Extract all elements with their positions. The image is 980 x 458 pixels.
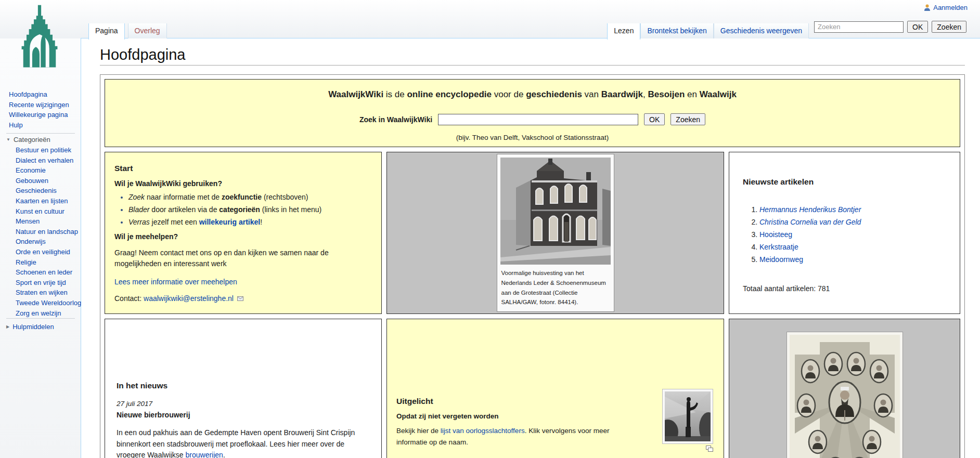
tab-history[interactable]: Geschiedenis weergeven (714, 23, 809, 38)
article-link[interactable]: Hooisteeg (759, 230, 792, 239)
portrait-montage-photo[interactable] (790, 335, 900, 458)
article-link[interactable]: Christina Cornelia van der Geld (759, 218, 861, 226)
contact-line: Contact: waalwijkwiki@erstelinghe.nl (114, 294, 372, 303)
sidebar-link[interactable]: Kunst en cultuur (16, 207, 65, 215)
tab-read[interactable]: Lezen (607, 23, 640, 40)
sidebar-link[interactable]: Willekeurige pagina (9, 111, 68, 119)
sidebar-link[interactable]: Dialect en verhalen (16, 156, 73, 164)
sidebar-link[interactable]: Bestuur en politiek (16, 146, 71, 154)
sidebar-link[interactable]: Zorg en welzijn (16, 309, 61, 317)
banner-heading-part: geschiedenis (526, 89, 582, 99)
start-question-2: Wil je meehelpen? (114, 232, 372, 241)
breweries-link[interactable]: brouwerijen (186, 451, 223, 458)
sidebar-item-category[interactable]: Sport en vrije tijd (16, 278, 81, 288)
sidebar-divider (6, 318, 75, 319)
newest-article-item: Hermannus Henderikus Bontjer (759, 205, 946, 214)
tab-view-source[interactable]: Brontekst bekijken (640, 23, 713, 38)
view-tabs: Lezen Brontekst bekijken Geschiedenis we… (607, 23, 809, 40)
sidebar-section-categories[interactable]: ▼ Categorieën (6, 136, 50, 143)
login-link[interactable]: Aanmelden (933, 4, 968, 11)
newest-article-item: Meidoornweg (759, 255, 946, 264)
contact-email-link[interactable]: waalwijkwiki@erstelinghe.nl (144, 294, 234, 303)
sidebar-item-category[interactable]: Kaarten en lijsten (16, 196, 81, 206)
war-victims-list-link[interactable]: lijst van oorlogsslachtoffers (441, 427, 525, 435)
sidebar-item-category[interactable]: Gebouwen (16, 176, 81, 186)
newest-article-item: Hooisteeg (759, 230, 946, 239)
sidebar-section-label[interactable]: Hulpmiddelen (12, 323, 54, 331)
personal-bar: Aanmelden (924, 4, 968, 11)
sidebar-link[interactable]: Onderwijs (16, 238, 46, 245)
main-content-table: WaalwijkWiki is de online encyclopedie v… (100, 74, 965, 458)
sidebar-item-recente-wijzigingen[interactable]: Recente wijzigingen (9, 100, 69, 110)
article-link[interactable]: Kerkstraatje (759, 243, 798, 251)
sidebar-link[interactable]: Recente wijzigingen (9, 101, 69, 109)
sidebar-item-category[interactable]: Schoenen en leder (16, 267, 81, 278)
sidebar-link[interactable]: Tweede Wereldoorlog (16, 299, 81, 307)
newest-articles-heading: Nieuwste artikelen (743, 177, 946, 187)
sidebar-link[interactable]: Sport en vrije tijd (16, 279, 66, 286)
sidebar-item-category[interactable]: Zorg en welzijn (16, 308, 81, 319)
museum-building-photo[interactable] (500, 158, 611, 265)
sidebar-categories-list: Bestuur en politiek Dialect en verhalen … (16, 145, 81, 318)
sidebar-item-category[interactable]: Geschiedenis (16, 186, 81, 196)
sidebar-link[interactable]: Schoenen en leder (16, 268, 72, 276)
site-search-input[interactable] (814, 21, 904, 33)
sidebar-link[interactable]: Economie (16, 166, 46, 174)
featured-subheading: Opdat zij niet vergeten worden (396, 412, 654, 420)
sidebar-item-hulp[interactable]: Hulp (9, 120, 69, 130)
sidebar-item-category[interactable]: Economie (16, 165, 81, 176)
article-link[interactable]: Hermannus Henderikus Bontjer (759, 205, 861, 214)
sidebar-link[interactable]: Natuur en landschap (16, 228, 78, 235)
banner-heading-part: online encyclopedie (407, 89, 492, 99)
sidebar-item-category[interactable]: Bestuur en politiek (16, 145, 81, 155)
sidebar-item-category[interactable]: Dialect en verhalen (16, 155, 81, 166)
war-monument-photo[interactable] (665, 391, 711, 441)
sidebar-item-willekeurige-pagina[interactable]: Willekeurige pagina (9, 110, 69, 120)
banner-search-go-button[interactable]: Zoeken (670, 113, 705, 125)
sidebar-link[interactable]: Geschiedenis (16, 187, 57, 194)
sidebar-item-category[interactable]: Straten en wijken (16, 287, 81, 298)
more-info-link[interactable]: Lees meer informatie over meehelpen (114, 278, 237, 286)
banner-search-ok-button[interactable]: OK (644, 113, 665, 125)
site-search-ok-button[interactable]: OK (907, 21, 928, 33)
site-search-go-button[interactable]: Zoeken (932, 21, 966, 33)
banner-search-hint: (bijv. Theo van Delft, Vakschool of Stat… (105, 134, 960, 141)
sidebar-divider (6, 133, 75, 134)
tab-page[interactable]: Pagina (88, 23, 125, 40)
sidebar-item-category[interactable]: Religie (16, 257, 81, 268)
banner-search-input[interactable] (438, 114, 638, 125)
sidebar-item-category[interactable]: Kunst en cultuur (16, 206, 81, 217)
sidebar-link[interactable]: Gebouwen (16, 177, 48, 185)
sidebar-link[interactable]: Hulp (9, 121, 23, 129)
enlarge-icon[interactable] (706, 446, 713, 452)
sidebar-item-category[interactable]: Orde en veiligheid (16, 247, 81, 257)
museum-photo-frame: Voormalige huisvesting van het Nederland… (497, 154, 614, 312)
sidebar-link[interactable]: Orde en veiligheid (16, 248, 70, 256)
sidebar-item-category[interactable]: Tweede Wereldoorlog (16, 298, 81, 308)
sidebar-link[interactable]: Kaarten en lijsten (16, 197, 68, 205)
sidebar-link[interactable]: Religie (16, 258, 36, 266)
random-article-link[interactable]: willekeurig artikel (199, 218, 261, 226)
bullet-text: (links in het menu) (260, 205, 321, 214)
content-row-1: Start Wil je WaalwijkWiki gebruiken? Zoe… (105, 152, 960, 314)
sidebar-item-category[interactable]: Onderwijs (16, 237, 81, 247)
tab-talk[interactable]: Overleg (128, 23, 167, 38)
banner-heading-part: WaalwijkWiki (328, 89, 383, 99)
article-link[interactable]: Meidoornweg (759, 255, 803, 264)
sidebar-item-category[interactable]: Natuur en landschap (16, 227, 81, 237)
featured-text: Uitgelicht Opdat zij niet vergeten worde… (396, 392, 654, 448)
montage-photo-frame (786, 332, 903, 458)
sidebar-section-tools[interactable]: ▶ Hulpmiddelen (6, 323, 54, 331)
site-logo[interactable] (17, 3, 62, 72)
start-bullet: Blader door artikelen via de categorieën… (128, 205, 372, 214)
sidebar-item-hoofdpagina[interactable]: Hoofdpagina (9, 89, 69, 100)
sidebar-link[interactable]: Straten en wijken (16, 289, 68, 296)
sidebar-link[interactable]: Mensen (16, 217, 40, 225)
bullet-text: jezelf met een (150, 218, 199, 226)
sidebar-link[interactable]: Hoofdpagina (9, 90, 47, 98)
featured-body-text: Bekijk hier de (396, 427, 441, 435)
sidebar-item-category[interactable]: Mensen (16, 216, 81, 227)
view-tabs-and-search: Lezen Brontekst bekijken Geschiedenis we… (607, 20, 966, 40)
start-help-text: Graag! Neem contact met ons op en dan ki… (114, 247, 359, 269)
banner-heading-part: voor de (492, 89, 526, 99)
